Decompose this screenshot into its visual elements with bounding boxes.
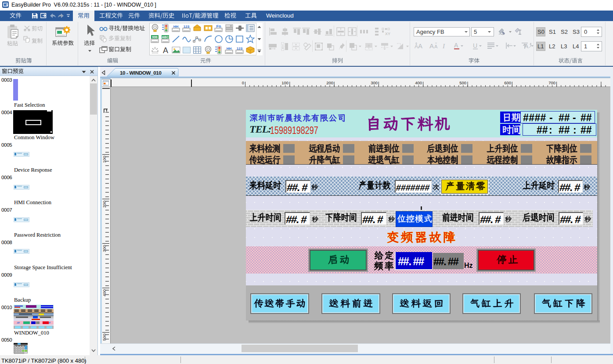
svg-text:400: 400 [415, 80, 422, 85]
svg-text:0: 0 [242, 80, 244, 85]
svg-text:U: U [473, 42, 477, 49]
svg-text:500: 500 [459, 80, 466, 85]
svg-text:200: 200 [326, 80, 333, 85]
svg-text:A: A [163, 46, 168, 54]
svg-text:A: A [454, 42, 458, 49]
svg-text:A: A [434, 44, 438, 49]
svg-text:100: 100 [281, 80, 288, 85]
svg-text:400: 400 [102, 289, 107, 296]
svg-text:XY: XY [385, 32, 390, 36]
svg-text:A: A [418, 42, 422, 50]
svg-text:123: 123 [184, 25, 190, 29]
svg-text:ABC: ABC [162, 35, 169, 39]
svg-text:HH: HH [173, 25, 179, 29]
svg-text:A: A [524, 43, 529, 50]
svg-text:200: 200 [102, 201, 107, 208]
svg-text:300: 300 [102, 245, 107, 252]
svg-text:100: 100 [102, 156, 107, 163]
svg-text:700: 700 [548, 80, 555, 85]
svg-text:123: 123 [237, 47, 243, 50]
svg-text:500: 500 [102, 334, 107, 341]
svg-text:300: 300 [371, 80, 378, 85]
svg-text:600: 600 [504, 80, 511, 85]
svg-text:A: A [415, 43, 418, 50]
svg-text:A: A [429, 42, 434, 50]
svg-text:Fn: Fn [216, 24, 221, 29]
svg-text:HH: HH [226, 47, 231, 50]
svg-text:I: I [442, 43, 445, 50]
svg-text:999: 999 [152, 35, 158, 39]
